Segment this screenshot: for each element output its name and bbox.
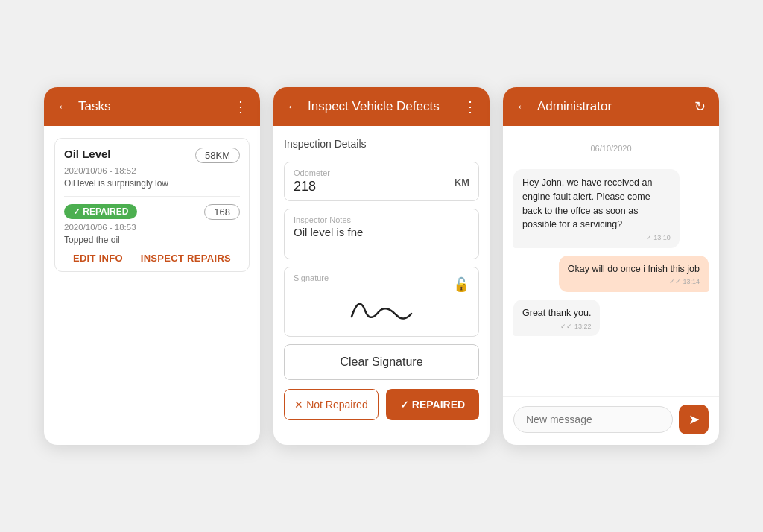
inspect-header: ← Inspect Vehicle Defects ⋮ (273, 87, 490, 126)
odometer-field[interactable]: Odometer 218 KM (284, 162, 479, 201)
task-1-note: Oil level is surprisingly low (64, 178, 240, 189)
repair-actions: ✕ Not Repaired ✓ REPAIRED (284, 389, 479, 420)
chat-message-input[interactable] (513, 406, 673, 433)
chat-date: 06/10/2020 (513, 144, 709, 153)
screens-container: ← Tasks ⋮ Oil Level 58KM 2020/10/06 - 18… (22, 57, 741, 475)
inspection-section-label: Inspection Details (284, 138, 479, 150)
task-actions: EDIT INFO INSPECT REPAIRS (64, 253, 240, 264)
chat-message-1: Hey John, we have received an engine fau… (513, 169, 680, 248)
chat-message-3: Great thank you. ✓✓ 13:22 (513, 300, 600, 336)
repaired-button[interactable]: ✓ REPAIRED (386, 389, 479, 420)
chat-send-button[interactable]: ➤ (679, 405, 709, 434)
signature-box[interactable]: Signature 🔓 (284, 267, 479, 337)
edit-info-button[interactable]: EDIT INFO (73, 253, 123, 264)
inspect-screen: ← Inspect Vehicle Defects ⋮ Inspection D… (273, 87, 490, 445)
chat-message-1-text: Hey John, we have received an engine fau… (522, 177, 652, 229)
signature-drawing (337, 287, 426, 329)
inspect-back-icon[interactable]: ← (284, 99, 302, 115)
inspect-repairs-button[interactable]: INSPECT REPAIRS (141, 253, 231, 264)
repaired-badge: ✓ REPAIRED (64, 204, 137, 219)
inspect-more-icon[interactable]: ⋮ (461, 98, 479, 115)
chat-messages: Hey John, we have received an engine fau… (513, 169, 709, 396)
chat-back-icon[interactable]: ← (513, 99, 531, 115)
tasks-back-icon[interactable]: ← (54, 99, 72, 115)
chat-refresh-icon[interactable]: ↻ (691, 98, 709, 115)
task-1-title: Oil Level (64, 148, 111, 160)
chat-message-3-text: Great thank you. (522, 308, 591, 318)
not-repaired-button[interactable]: ✕ Not Repaired (284, 389, 379, 420)
tasks-more-icon[interactable]: ⋮ (232, 98, 250, 115)
tasks-title: Tasks (78, 99, 232, 114)
tasks-content: Oil Level 58KM 2020/10/06 - 18:52 Oil le… (44, 126, 260, 445)
task-2-meta: 2020/10/06 - 18:53 (64, 223, 240, 232)
chat-message-3-time: ✓✓ 13:22 (522, 322, 591, 332)
chat-title: Administrator (537, 99, 691, 114)
chat-message-2-time: ✓✓ 13:14 (568, 277, 700, 288)
notes-label: Inspector Notes (294, 215, 469, 224)
task-2-km: 168 (204, 204, 240, 220)
tasks-header: ← Tasks ⋮ (44, 87, 260, 126)
inspector-notes-field[interactable]: Inspector Notes Oil level is fne (284, 209, 479, 259)
signature-unlock-icon[interactable]: 🔓 (453, 276, 469, 293)
odometer-unit: KM (455, 176, 469, 187)
chat-message-2-text: Okay will do once i fnish this job (568, 264, 700, 274)
signature-label: Signature (294, 273, 469, 282)
inspect-title: Inspect Vehicle Defects (308, 99, 461, 114)
clear-signature-button[interactable]: Clear Signature (284, 344, 479, 380)
task-1-km: 58KM (195, 148, 240, 163)
chat-input-row: ➤ (503, 396, 719, 445)
odometer-label: Odometer (294, 168, 469, 177)
task-card-1: Oil Level 58KM 2020/10/06 - 18:52 Oil le… (54, 138, 250, 272)
chat-content: 06/10/2020 Hey John, we have received an… (503, 126, 719, 396)
notes-value: Oil level is fne (294, 226, 469, 253)
chat-message-2: Okay will do once i fnish this job ✓✓ 13… (559, 256, 709, 292)
inspect-content: Inspection Details Odometer 218 KM Inspe… (273, 126, 490, 445)
task-card-2-row: ✓ REPAIRED 168 (64, 204, 240, 220)
odometer-value: 218 (294, 179, 469, 194)
chat-header: ← Administrator ↻ (503, 87, 719, 126)
chat-screen: ← Administrator ↻ 06/10/2020 Hey John, w… (503, 87, 719, 445)
signature-area (294, 285, 469, 330)
chat-message-1-time: ✓ 13:10 (522, 233, 671, 244)
task-card-1-row: Oil Level 58KM (64, 148, 240, 163)
tasks-screen: ← Tasks ⋮ Oil Level 58KM 2020/10/06 - 18… (44, 87, 260, 445)
task-1-meta: 2020/10/06 - 18:52 (64, 166, 240, 175)
task-divider (64, 196, 240, 197)
send-icon: ➤ (688, 411, 700, 428)
task-2-note: Topped the oil (64, 235, 240, 245)
